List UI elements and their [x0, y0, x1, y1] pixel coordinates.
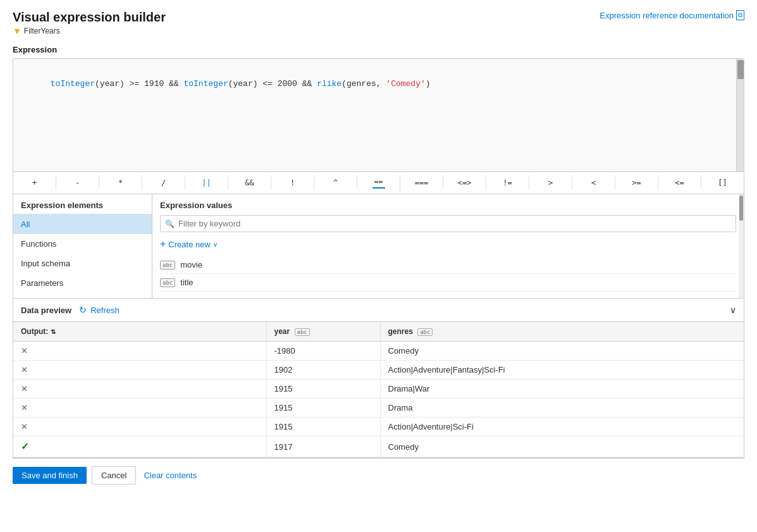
elements-panel-header: Expression elements	[13, 194, 152, 214]
output-cell: ✕	[13, 361, 266, 380]
op-caret[interactable]: ^	[314, 176, 357, 190]
op-multiply[interactable]: *	[99, 176, 142, 190]
expression-code: toInteger(year) >= 1910 && toInteger(yea…	[21, 65, 736, 102]
genres-cell: Comedy	[380, 436, 744, 457]
expression-label: Expression	[13, 45, 744, 54]
filter-name: FilterYears	[24, 27, 60, 35]
genres-cell: Drama	[380, 399, 744, 418]
op-gte[interactable]: >=	[615, 176, 658, 190]
op-brackets[interactable]: []	[701, 176, 744, 190]
collapse-icon[interactable]: ∨	[730, 305, 736, 315]
data-preview-header: Data preview ↻ Refresh ∨	[13, 299, 744, 322]
op-gt[interactable]: >	[529, 176, 572, 190]
sidebar-item-parameters[interactable]: Parameters	[13, 273, 152, 293]
op-divide[interactable]: /	[142, 176, 185, 190]
output-cell: ✕	[13, 418, 266, 436]
expr-to-integer-2: toInteger	[183, 79, 228, 89]
table-row: ✕ -1980 Comedy	[13, 342, 744, 361]
op-active-indicator	[372, 187, 385, 189]
col-header-output: Output: ⇅	[13, 322, 266, 342]
op-and[interactable]: &&	[228, 176, 271, 190]
external-link-icon: ⧉	[736, 10, 744, 20]
chevron-down-icon: ∨	[213, 241, 218, 248]
type-badge-movie: abc	[160, 261, 175, 269]
footer: Save and finish Cancel Clear contents	[13, 458, 744, 492]
op-minus[interactable]: -	[56, 176, 99, 190]
create-new-button[interactable]: + Create new ∨	[160, 238, 218, 250]
elements-panel: Expression elements All Functions Input …	[13, 194, 152, 298]
table-row: ✕ 1915 Drama|War	[13, 380, 744, 399]
table-row: ✓ 1917 Comedy	[13, 436, 744, 457]
year-cell: 1902	[266, 361, 380, 380]
values-panel-header: Expression values	[160, 201, 736, 210]
op-lt[interactable]: <	[572, 176, 615, 190]
save-and-finish-button[interactable]: Save and finish	[13, 467, 87, 484]
value-movie: movie	[180, 260, 202, 269]
op-or[interactable]: ||	[185, 176, 228, 190]
plus-icon: +	[160, 238, 166, 250]
expression-editor[interactable]: toInteger(year) >= 1910 && toInteger(yea…	[13, 58, 744, 172]
op-spaceship[interactable]: <=>	[443, 176, 486, 190]
page-container: Visual expression builder ▼ FilterYears …	[0, 0, 757, 532]
output-cell: ✕	[13, 342, 266, 361]
values-scrollbar	[739, 194, 744, 298]
filter-input-wrap: 🔍	[160, 215, 736, 232]
table-row: ✕ 1902 Action|Adventure|Fantasy|Sci-Fi	[13, 361, 744, 380]
operator-bar: + - * / || && ! ^ == === <=> != > < >= <…	[13, 172, 744, 194]
year-cell: -1980	[266, 342, 380, 361]
genres-cell: Drama|War	[380, 380, 744, 399]
data-preview-label: Data preview	[21, 306, 71, 315]
year-cell: 1915	[266, 380, 380, 399]
x-mark-icon: ✕	[21, 384, 28, 393]
expr-comedy-string: 'Comedy'	[386, 79, 425, 89]
filter-keyword-input[interactable]	[160, 215, 736, 232]
year-type-badge: abc	[295, 328, 310, 336]
scrollbar[interactable]	[736, 59, 744, 171]
op-eq[interactable]: ==	[357, 175, 400, 191]
data-preview-section: Data preview ↻ Refresh ∨ Output: ⇅ year …	[13, 299, 744, 458]
cancel-button[interactable]: Cancel	[92, 466, 136, 485]
x-mark-icon: ✕	[21, 365, 28, 374]
list-item[interactable]: abc movie	[160, 256, 736, 274]
output-sort-icon: ⇅	[51, 328, 56, 335]
main-content: Expression elements All Functions Input …	[13, 194, 744, 299]
create-new-label: Create new	[168, 240, 210, 249]
op-plus[interactable]: +	[13, 176, 56, 190]
genres-type-badge: abc	[417, 328, 433, 336]
genres-cell: Action|Adventure|Sci-Fi	[380, 418, 744, 436]
preview-table: Output: ⇅ year abc genres abc ✕ -1980 Co…	[13, 322, 744, 457]
table-row: ✕ 1915 Drama	[13, 399, 744, 418]
data-preview-title-group: Data preview ↻ Refresh	[21, 305, 120, 315]
scroll-thumb	[737, 60, 744, 79]
x-mark-icon: ✕	[21, 346, 28, 356]
table-row: ✕ 1915 Action|Adventure|Sci-Fi	[13, 418, 744, 436]
output-cell: ✕	[13, 399, 266, 418]
expr-rlike: rlike	[317, 79, 342, 89]
op-lte[interactable]: <=	[658, 176, 701, 190]
year-cell: 1915	[266, 418, 380, 436]
page-title: Visual expression builder	[13, 10, 166, 25]
op-neq[interactable]: !=	[486, 176, 529, 190]
refresh-button[interactable]: ↻ Refresh	[79, 305, 120, 315]
type-badge-title: abc	[160, 278, 175, 287]
op-strict-eq[interactable]: ===	[400, 176, 443, 190]
sidebar-item-all[interactable]: All	[13, 214, 152, 234]
sidebar-item-functions[interactable]: Functions	[13, 234, 152, 254]
values-scroll-thumb	[739, 195, 743, 221]
op-not[interactable]: !	[271, 176, 314, 190]
table-header-row: Output: ⇅ year abc genres abc	[13, 322, 744, 342]
filter-label: ▼ FilterYears	[13, 26, 166, 36]
sidebar-item-input-schema[interactable]: Input schema	[13, 254, 152, 273]
check-mark-icon: ✓	[21, 441, 29, 452]
list-item[interactable]: abc title	[160, 274, 736, 292]
doc-link[interactable]: Expression reference documentation ⧉	[600, 10, 744, 20]
header-left: Visual expression builder ▼ FilterYears	[13, 10, 166, 36]
col-header-year: year abc	[266, 322, 380, 342]
clear-contents-button[interactable]: Clear contents	[141, 467, 199, 484]
expr-to-integer-1: toInteger	[51, 79, 95, 89]
search-icon: 🔍	[165, 220, 175, 228]
values-panel: Expression values 🔍 + Create new ∨ abc m…	[152, 194, 744, 298]
refresh-icon: ↻	[79, 305, 87, 315]
output-cell: ✓	[13, 436, 266, 457]
year-cell: 1917	[266, 436, 380, 457]
